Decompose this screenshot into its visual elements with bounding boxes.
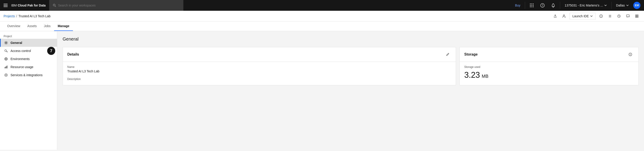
main-layout: Project General Access control 7 xyxy=(0,31,644,150)
chart-icon xyxy=(4,65,8,69)
sidebar-item-environments[interactable]: Environments xyxy=(0,55,57,63)
details-card-header: Details xyxy=(63,47,456,62)
sidebar-item-access-control[interactable]: Access control 7 xyxy=(0,47,57,55)
sidebar-item-general-label: General xyxy=(10,41,22,45)
grid-icon xyxy=(635,14,639,18)
storage-value: 3.23 xyxy=(464,70,480,80)
svg-rect-8 xyxy=(530,7,531,7)
search-input[interactable] xyxy=(58,4,180,7)
svg-point-17 xyxy=(601,15,601,16)
search-bar xyxy=(49,0,183,11)
nav-divider-3 xyxy=(611,2,612,9)
breadcrumb-separator: / xyxy=(16,14,17,18)
svg-rect-24 xyxy=(637,15,638,16)
storage-card-body: Storage used 3.23 MB xyxy=(460,62,638,83)
notifications-icon xyxy=(551,3,556,8)
avatar: EM xyxy=(633,2,640,9)
svg-rect-32 xyxy=(5,67,5,68)
sidebar-item-services-integrations[interactable]: Services & integrations xyxy=(0,71,57,79)
breadcrumb-bar: Projects / Trusted AI L3 Tech Lab Launch… xyxy=(0,11,644,22)
svg-rect-9 xyxy=(532,7,532,7)
storage-card-title: Storage xyxy=(464,52,478,56)
region-button[interactable]: Dallas xyxy=(613,0,632,11)
svg-point-0 xyxy=(53,4,55,6)
launch-ide-button[interactable]: Launch IDE xyxy=(570,13,596,20)
svg-point-28 xyxy=(5,50,6,52)
history-button[interactable] xyxy=(616,13,622,20)
details-card-body: Name Trusted AI L3 Tech Lab Description xyxy=(63,62,456,85)
share-icon xyxy=(554,14,557,18)
breadcrumb-current: Trusted AI L3 Tech Lab xyxy=(18,14,50,18)
svg-rect-3 xyxy=(532,4,532,4)
svg-rect-4 xyxy=(533,4,534,4)
svg-text:?: ? xyxy=(542,4,544,7)
tab-manage[interactable]: Manage xyxy=(54,22,73,31)
environment-icon xyxy=(4,57,8,61)
add-collaborator-button[interactable] xyxy=(560,13,568,20)
storage-card: Storage Storage used 3.23 MB xyxy=(460,47,639,85)
account-label: 1375031 - Eric Martens's ... xyxy=(564,4,603,7)
sidebar-item-services-integrations-label: Services & integrations xyxy=(10,73,42,77)
svg-line-1 xyxy=(55,6,56,7)
details-card-title: Details xyxy=(67,52,79,56)
storage-used-label: Storage used xyxy=(464,65,634,69)
storage-unit: MB xyxy=(482,74,488,79)
switcher-icon xyxy=(530,3,534,8)
edit-details-button[interactable] xyxy=(444,51,451,58)
edit-icon xyxy=(446,53,450,56)
sidebar: Project General Access control 7 xyxy=(0,31,57,150)
svg-rect-25 xyxy=(636,16,636,18)
compare-button[interactable] xyxy=(606,13,614,20)
switcher-button[interactable] xyxy=(527,0,537,11)
notifications-button[interactable] xyxy=(548,0,558,11)
svg-rect-6 xyxy=(532,5,532,6)
share-button[interactable] xyxy=(552,13,559,20)
integration-icon xyxy=(4,73,8,77)
info-button[interactable] xyxy=(598,13,605,20)
breadcrumb: Projects / Trusted AI L3 Tech Lab xyxy=(4,14,50,18)
storage-info-button[interactable] xyxy=(627,51,634,58)
tab-assets[interactable]: Assets xyxy=(24,22,40,31)
sidebar-item-resource-usage-label: Resource usage xyxy=(10,65,33,69)
tabs-bar: Overview Assets Jobs Manage xyxy=(0,22,644,31)
grid-button[interactable] xyxy=(633,13,640,20)
svg-rect-2 xyxy=(530,4,531,4)
account-button[interactable]: 1375031 - Eric Martens's ... xyxy=(562,0,610,11)
badge-7: 7 xyxy=(47,47,55,55)
launch-ide-label: Launch IDE xyxy=(572,14,589,18)
breadcrumb-parent-link[interactable]: Projects xyxy=(4,14,15,18)
sidebar-item-environments-label: Environments xyxy=(10,57,30,61)
buy-button[interactable]: Buy xyxy=(512,0,523,11)
chat-icon xyxy=(626,14,630,18)
tab-overview[interactable]: Overview xyxy=(4,22,24,31)
svg-rect-26 xyxy=(637,16,638,18)
top-nav: IBM Cloud Pak for Data Buy ? 1375031 - E… xyxy=(0,0,644,11)
chevron-down-icon-2 xyxy=(626,4,629,7)
svg-rect-34 xyxy=(7,66,8,68)
add-user-icon xyxy=(562,14,566,18)
hamburger-button[interactable] xyxy=(4,4,8,7)
help-icon: ? xyxy=(540,3,545,8)
sidebar-item-resource-usage[interactable]: Resource usage xyxy=(0,63,57,71)
sidebar-section-label: Project xyxy=(0,33,57,39)
svg-rect-7 xyxy=(533,5,534,6)
name-label: Name xyxy=(67,65,451,69)
cards-row: Details Name Trusted AI L3 Tech Lab Desc… xyxy=(62,47,639,85)
history-icon xyxy=(617,14,621,18)
help-button[interactable]: ? xyxy=(538,0,548,11)
nav-divider-2 xyxy=(560,2,560,9)
search-icon xyxy=(53,4,56,7)
details-card: Details Name Trusted AI L3 Tech Lab Desc… xyxy=(62,47,456,85)
info-icon xyxy=(599,14,603,18)
brand-plain: IBM xyxy=(11,4,17,7)
sidebar-item-general[interactable]: General xyxy=(0,39,57,47)
nav-actions: Buy ? 1375031 - Eric Martens's ... Dalla… xyxy=(512,0,640,11)
svg-point-14 xyxy=(563,15,564,16)
tab-jobs[interactable]: Jobs xyxy=(40,22,54,31)
storage-card-header: Storage xyxy=(460,47,638,62)
region-label: Dallas xyxy=(616,4,625,7)
info-circle-icon xyxy=(628,53,632,56)
svg-rect-10 xyxy=(533,7,534,7)
chat-button[interactable] xyxy=(624,13,632,20)
chevron-down-icon-3 xyxy=(590,15,593,18)
